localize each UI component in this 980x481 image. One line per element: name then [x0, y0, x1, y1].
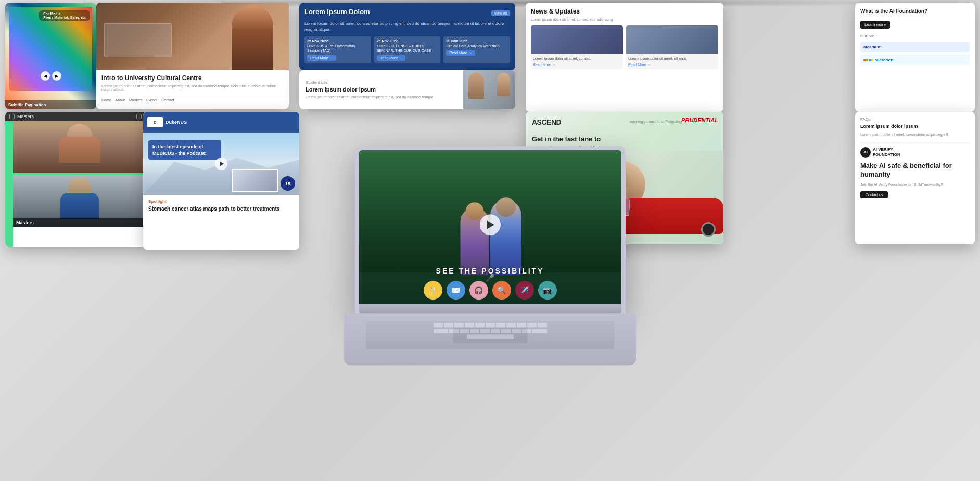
- medicus-play-button[interactable]: [215, 158, 227, 170]
- faqs-label: FAQs: [860, 117, 970, 122]
- medicus-headline: In the latest episode of MEDICUS - the P…: [148, 140, 221, 160]
- laptop: SEE THE POSSIBILITY 🎤 🍴 ✉️ 🎧 🔍 ✈️ 📷: [355, 146, 626, 365]
- ascend-logo: ASCEND: [532, 118, 561, 126]
- uni-nav-item[interactable]: Events: [146, 98, 157, 102]
- student-label: Student Life: [306, 80, 457, 85]
- screen-icon-4[interactable]: 🔍: [492, 281, 511, 300]
- news-read-more-1[interactable]: Read More →: [533, 62, 621, 67]
- contact-us-button[interactable]: Contact us: [860, 191, 888, 198]
- screen-icon-2[interactable]: ✉️: [447, 281, 465, 300]
- ai-foundation-card: What is the AI Foundation? Learn more Ou…: [855, 3, 975, 112]
- key[interactable]: [506, 323, 516, 327]
- medicus-card: D DukeNUS In the latest episode of MEDIC…: [143, 112, 299, 250]
- student-title: Lorem ipsum dolor ipsum: [306, 86, 457, 93]
- key[interactable]: [486, 323, 495, 327]
- uni-nav-item[interactable]: About: [116, 98, 125, 102]
- ai-learn-button[interactable]: Learn more: [860, 21, 890, 29]
- screen-icon-3[interactable]: 🎧: [469, 281, 488, 300]
- event-1-read-more[interactable]: Read More →: [307, 55, 336, 61]
- blue-events-card: Lorem Ipsum Dolom View All Lorem ipsum d…: [299, 3, 515, 70]
- key[interactable]: [475, 323, 485, 327]
- masters-label: Masters: [13, 218, 146, 227]
- news-card: News & Updates Lorem ipsum dolor sit ame…: [526, 3, 723, 112]
- main-scene: For MediaPress Material, Sales etc ◀ ▶ S…: [0, 0, 980, 478]
- faqs-desc: Lorem ipsum dolor sit amet, consectetur …: [860, 132, 970, 137]
- uni-nav-item[interactable]: Home: [101, 98, 111, 102]
- uni-nav-item[interactable]: Masters: [129, 98, 142, 102]
- student-desc: Lorem ipsum dolor sit amet, consectetur …: [306, 95, 457, 100]
- alcadium-logo: alcadium: [860, 42, 970, 52]
- university-card-title: Intro to University Cultural Centre: [101, 74, 284, 83]
- color-card-title: Subtitle Pagination: [8, 102, 93, 107]
- screen-icon-6[interactable]: 📷: [538, 281, 557, 300]
- view-all-button[interactable]: View All: [491, 10, 510, 16]
- key[interactable]: [532, 329, 547, 333]
- ai-question: What is the AI Foundation?: [860, 8, 970, 15]
- student-image: [463, 70, 515, 109]
- masters-card: Masters Masters: [5, 112, 146, 247]
- screen-play-button[interactable]: [480, 214, 501, 235]
- key[interactable]: [454, 323, 464, 327]
- make-ai-title: Make AI safe & beneficial for humanity: [860, 162, 970, 179]
- key[interactable]: [434, 323, 443, 327]
- ai-verify-icon: AI: [860, 147, 871, 158]
- event-3-read-more[interactable]: Read More →: [446, 50, 475, 56]
- ascend-tagline: opening connections. Protecting: [630, 120, 682, 123]
- blue-card-text: Lorem ipsum dolor sit amet, consectetur …: [304, 21, 510, 32]
- university-card: Intro to University Cultural Centre Lore…: [96, 3, 289, 109]
- event-item-2: 26 Nov 2022 THESIS DEFENSE – PUBLIC SEMI…: [374, 36, 441, 63]
- key[interactable]: [496, 323, 505, 327]
- trackpad[interactable]: [453, 328, 527, 343]
- faqs-text: Lorem ipsum dolor ipsum: [860, 124, 970, 129]
- spotlight-title: Stomach cancer atlas maps path to better…: [148, 205, 294, 212]
- news-caption-1: Lorem ipsum dolor sit amet, consect: [533, 57, 591, 60]
- medicus-logo: DukeNUS: [166, 120, 187, 125]
- make-ai-desc: Join the AI Verify Foundation to #BuildT…: [860, 182, 970, 187]
- news-caption-2: Lorem ipsum dolor sit amet, all ends: [628, 57, 686, 60]
- microsoft-logo: ■■■■ Microsoft: [860, 55, 970, 65]
- key[interactable]: [538, 323, 547, 327]
- ai-partners-title: Our pre...: [860, 34, 970, 38]
- key[interactable]: [527, 323, 537, 327]
- screen-icon-5[interactable]: ✈️: [515, 281, 534, 300]
- masters-header-label: Masters: [17, 114, 34, 119]
- news-item-1: Lorem ipsum dolor sit amet, consect Read…: [531, 25, 623, 69]
- event-2-read-more[interactable]: Read More →: [377, 55, 406, 61]
- key[interactable]: [517, 323, 526, 327]
- event-item-1: 25 Nov 2022 Duke NUS & PhD Information S…: [304, 36, 371, 63]
- key[interactable]: [434, 329, 448, 333]
- screen-icon-1[interactable]: 🍴: [424, 281, 442, 300]
- laptop-screen: SEE THE POSSIBILITY 🎤 🍴 ✉️ 🎧 🔍 ✈️ 📷: [359, 150, 621, 304]
- university-card-text: Lorem ipsum dolor sit amet, consectetur …: [101, 84, 284, 92]
- ai-verify-name: AI VERIFY FOUNDATION: [873, 147, 900, 157]
- news-item-2: Lorem ipsum dolor sit amet, all ends Rea…: [626, 25, 718, 69]
- prudential-logo: PRUDENTIAL: [681, 117, 718, 123]
- uni-nav-item[interactable]: Contact: [161, 98, 174, 102]
- event-item-3: 30 Nov 2022 Clinical Data Analytics Work…: [443, 36, 510, 63]
- spotlight-label: Spotlight: [148, 199, 294, 204]
- student-life-card: Student Life Lorem ipsum dolor ipsum Lor…: [299, 70, 515, 109]
- key[interactable]: [465, 323, 474, 327]
- blue-card-title: Lorem Ipsum Dolom: [304, 8, 370, 16]
- medicus-episode: 15: [281, 176, 295, 191]
- ai-verify-card: FAQs Lorem ipsum dolor ipsum Lorem ipsum…: [855, 112, 975, 244]
- key[interactable]: [444, 323, 453, 327]
- news-subtitle: Lorem ipsum dolor sit amet, consectetur …: [531, 18, 718, 21]
- news-title: News & Updates: [531, 8, 718, 15]
- colorful-card: For MediaPress Material, Sales etc ◀ ▶ S…: [5, 3, 96, 109]
- news-read-more-2[interactable]: Read More →: [628, 62, 716, 67]
